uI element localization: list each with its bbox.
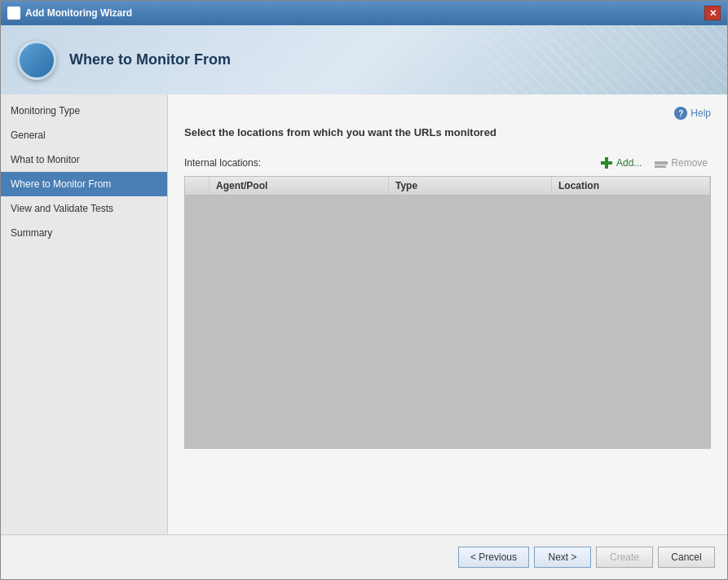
help-label: Help (690, 108, 711, 119)
main-inner: ? Help Select the locations from which y… (168, 94, 727, 534)
help-row: ? Help (184, 107, 711, 120)
title-bar: Add Monitoring Wizard ✕ (1, 1, 727, 25)
header-banner: Where to Monitor From (1, 25, 727, 94)
window-icon (7, 7, 20, 20)
sidebar-item-where-to-monitor[interactable]: Where to Monitor From (1, 172, 167, 196)
remove-label: Remove (671, 157, 708, 169)
main-window: Add Monitoring Wizard ✕ Where to Monitor… (0, 0, 728, 580)
main-content: ? Help Select the locations from which y… (168, 94, 727, 534)
locations-header-row: Internal locations: Add... (184, 155, 711, 171)
svg-rect-2 (655, 165, 666, 168)
instruction-text: Select the locations from which you want… (184, 126, 711, 138)
cancel-button[interactable]: Cancel (658, 547, 715, 568)
content-area: Monitoring Type General What to Monitor … (1, 94, 727, 534)
table-body (185, 196, 710, 448)
previous-button[interactable]: < Previous (458, 547, 529, 568)
header-title: Where to Monitor From (69, 51, 231, 68)
locations-actions: Add... Remove (597, 155, 711, 171)
footer: < Previous Next > Create Cancel (1, 534, 727, 579)
svg-rect-1 (601, 161, 612, 165)
header-circle-icon (17, 41, 56, 80)
remove-icon (655, 161, 668, 165)
next-button[interactable]: Next > (534, 547, 591, 568)
add-label: Add... (616, 157, 642, 169)
close-button[interactable]: ✕ (704, 6, 721, 20)
sidebar-item-summary[interactable]: Summary (1, 221, 167, 245)
locations-label: Internal locations: (184, 157, 261, 169)
sidebar-item-general[interactable]: General (1, 123, 167, 147)
table-col-agent: Agent/Pool (210, 177, 389, 195)
help-button[interactable]: ? Help (674, 107, 711, 120)
sidebar-item-what-to-monitor[interactable]: What to Monitor (1, 147, 167, 172)
table-col-type: Type (389, 177, 552, 195)
header-icon (17, 41, 56, 80)
remove-button[interactable]: Remove (651, 156, 711, 170)
add-button[interactable]: Add... (597, 155, 645, 171)
table-col-checkbox (185, 177, 210, 195)
locations-section: Internal locations: Add... (184, 155, 711, 449)
table-header: Agent/Pool Type Location (185, 177, 710, 196)
sidebar-item-monitoring-type[interactable]: Monitoring Type (1, 99, 167, 123)
locations-table: Agent/Pool Type Location (184, 176, 711, 449)
sidebar: Monitoring Type General What to Monitor … (1, 94, 168, 534)
add-icon (600, 156, 613, 169)
table-col-location: Location (552, 177, 710, 195)
help-icon: ? (674, 107, 687, 120)
window-title: Add Monitoring Wizard (25, 7, 132, 19)
sidebar-item-view-validate[interactable]: View and Validate Tests (1, 196, 167, 221)
create-button[interactable]: Create (596, 547, 653, 568)
